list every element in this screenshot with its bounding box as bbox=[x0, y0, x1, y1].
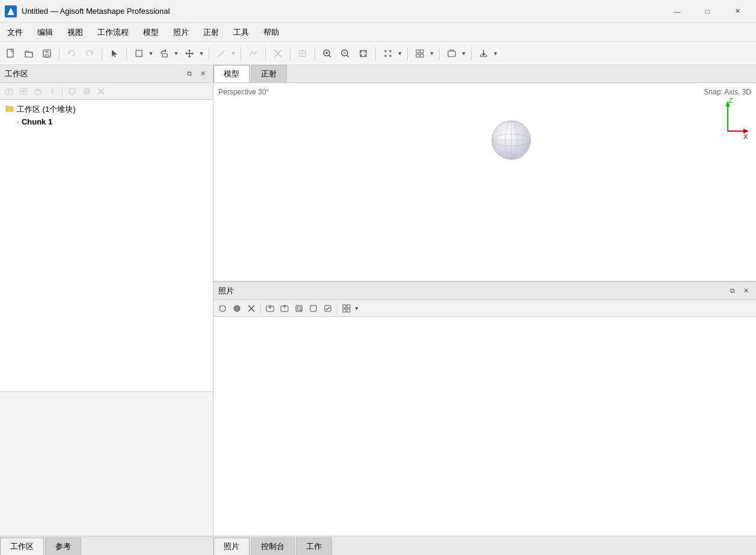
menu-model[interactable]: 模型 bbox=[136, 23, 166, 41]
tab-console[interactable]: 控制台 bbox=[251, 538, 295, 555]
tab-workspace[interactable]: 工作区 bbox=[0, 538, 44, 555]
redo-button[interactable] bbox=[81, 45, 98, 62]
menu-help[interactable]: 帮助 bbox=[256, 23, 286, 41]
photos-tb-circle2[interactable] bbox=[230, 302, 244, 315]
title-bar: Untitled — Agisoft Metashape Professiona… bbox=[0, 0, 756, 23]
svg-rect-43 bbox=[448, 51, 455, 57]
photos-toolbar: ▼ bbox=[214, 300, 756, 317]
svg-point-52 bbox=[52, 88, 54, 90]
photos-tb-save[interactable] bbox=[321, 302, 334, 315]
snap-label: Snap: Axis, 3D bbox=[704, 88, 751, 96]
toolbar-sep-11 bbox=[439, 47, 440, 60]
main-layout: 工作区 ⧉ ✕ bbox=[0, 65, 756, 536]
polyline-button[interactable] bbox=[245, 45, 262, 62]
viewmode-arrow[interactable]: ▼ bbox=[396, 45, 404, 62]
toolbar-sep-5 bbox=[241, 47, 241, 60]
tab-model[interactable]: 模型 bbox=[214, 65, 250, 82]
ws-details-button[interactable] bbox=[46, 85, 59, 98]
select-button[interactable] bbox=[106, 45, 123, 62]
svg-point-35 bbox=[384, 50, 387, 52]
maximize-button[interactable]: □ bbox=[693, 2, 721, 20]
export-button[interactable] bbox=[475, 45, 492, 62]
rotate-arrow[interactable]: ▼ bbox=[173, 45, 180, 62]
workspace-panel-controls: ⧉ ✕ bbox=[184, 69, 208, 79]
chunk-label: Chunk 1 bbox=[22, 117, 52, 126]
tab-work[interactable]: 工作 bbox=[296, 538, 332, 555]
photos-view-button[interactable] bbox=[340, 302, 353, 315]
lower-left-panel bbox=[0, 391, 213, 536]
ruler-button[interactable] bbox=[213, 45, 230, 62]
workspace-folder-icon bbox=[5, 103, 14, 115]
left-panel: 工作区 ⧉ ✕ bbox=[0, 65, 214, 536]
ws-circle2-button[interactable] bbox=[80, 85, 93, 98]
rotate-button[interactable] bbox=[156, 45, 173, 62]
zoom-out-button[interactable] bbox=[337, 45, 354, 62]
menu-edit[interactable]: 编辑 bbox=[30, 23, 60, 41]
minimize-button[interactable]: — bbox=[663, 2, 691, 20]
bottom-tabs-left: 工作区 参考 bbox=[0, 538, 214, 555]
photos-tb-circle1[interactable] bbox=[216, 302, 229, 315]
photos-undock-button[interactable]: ⧉ bbox=[727, 286, 738, 296]
photos-tb-export[interactable] bbox=[278, 302, 291, 315]
viewport-3d[interactable]: Perspective 30° Snap: Axis, 3D bbox=[214, 83, 756, 281]
menu-tools[interactable]: 工具 bbox=[226, 23, 256, 41]
photos-tb-crop[interactable] bbox=[307, 302, 320, 315]
photos-tb-cross[interactable] bbox=[245, 302, 258, 315]
menu-ortho[interactable]: 正射 bbox=[196, 23, 226, 41]
export-arrow[interactable]: ▼ bbox=[492, 45, 499, 62]
undo-button[interactable] bbox=[63, 45, 80, 62]
photos-tb-import[interactable] bbox=[263, 302, 277, 315]
menu-workflow[interactable]: 工作流程 bbox=[90, 23, 136, 41]
render-button[interactable] bbox=[443, 45, 460, 62]
rect-select-button[interactable] bbox=[131, 45, 147, 62]
pan-button[interactable] bbox=[181, 45, 198, 62]
close-button[interactable]: ✕ bbox=[724, 2, 751, 20]
crop-button[interactable] bbox=[294, 45, 311, 62]
workspace-tree[interactable]: 工作区 (1个堆块) ▪ Chunk 1 bbox=[0, 100, 213, 391]
bottom-tabs-right: 照片 控制台 工作 bbox=[214, 538, 333, 555]
bottom-tab-bar: 工作区 参考 照片 控制台 工作 bbox=[0, 536, 756, 555]
grid-arrow[interactable]: ▼ bbox=[428, 45, 435, 62]
model-tab-bar: 模型 正射 bbox=[214, 65, 756, 83]
photos-view-arrow[interactable]: ▼ bbox=[353, 300, 360, 317]
ws-remove-button[interactable] bbox=[31, 85, 45, 98]
photos-close-button[interactable]: ✕ bbox=[740, 286, 751, 296]
grid-button[interactable] bbox=[411, 45, 428, 62]
ws-add-chunk-button[interactable] bbox=[17, 85, 30, 98]
tab-ortho[interactable]: 正射 bbox=[251, 65, 287, 82]
render-arrow[interactable]: ▼ bbox=[460, 45, 467, 62]
svg-point-46 bbox=[8, 90, 10, 93]
photos-sep1 bbox=[260, 303, 261, 314]
svg-rect-9 bbox=[162, 54, 167, 57]
svg-rect-85 bbox=[347, 309, 350, 312]
delete-button[interactable] bbox=[269, 45, 286, 62]
svg-rect-5 bbox=[45, 50, 49, 53]
toolbar-sep-10 bbox=[407, 47, 408, 60]
new-button[interactable] bbox=[2, 45, 19, 62]
workspace-undock-button[interactable]: ⧉ bbox=[184, 69, 195, 79]
tab-reference[interactable]: 参考 bbox=[45, 538, 81, 555]
menu-file[interactable]: 文件 bbox=[0, 23, 30, 41]
pan-arrow[interactable]: ▼ bbox=[198, 45, 205, 62]
menu-view[interactable]: 视图 bbox=[60, 23, 90, 41]
ws-add-photos-button[interactable] bbox=[2, 85, 16, 98]
photos-tb-filter[interactable] bbox=[292, 302, 306, 315]
photos-content-area[interactable] bbox=[214, 317, 756, 536]
rect-select-arrow[interactable]: ▼ bbox=[147, 45, 155, 62]
menu-photo[interactable]: 照片 bbox=[166, 23, 196, 41]
photos-panel-title: 照片 bbox=[218, 286, 234, 296]
tab-photos[interactable]: 照片 bbox=[214, 538, 250, 555]
export-dropdown: ▼ bbox=[475, 45, 499, 62]
ws-circle1-button[interactable] bbox=[66, 85, 79, 98]
zoom-in-button[interactable] bbox=[319, 45, 336, 62]
ws-cross-button[interactable] bbox=[94, 85, 108, 98]
viewmode-button[interactable] bbox=[380, 45, 396, 62]
fit-button[interactable] bbox=[355, 45, 372, 62]
open-button[interactable] bbox=[20, 45, 37, 62]
svg-point-78 bbox=[297, 307, 301, 310]
chunk-item[interactable]: ▪ Chunk 1 bbox=[0, 116, 213, 127]
workspace-close-button[interactable]: ✕ bbox=[197, 69, 208, 79]
ruler-arrow[interactable]: ▼ bbox=[230, 45, 237, 62]
save-button[interactable] bbox=[38, 45, 55, 62]
workspace-root-item[interactable]: 工作区 (1个堆块) bbox=[0, 102, 213, 116]
